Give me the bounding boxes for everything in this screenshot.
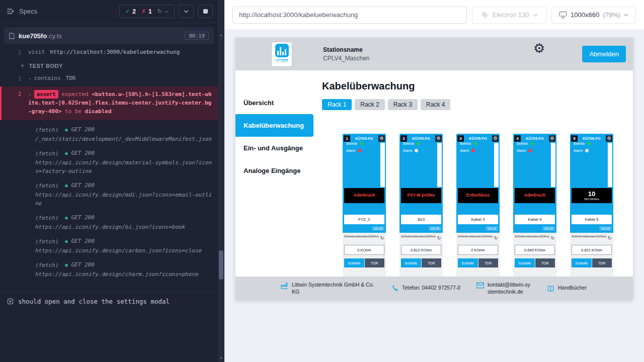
- refresh-button[interactable]: ↻: [551, 236, 555, 241]
- station-info: Stationsname CPLV4_Maschen: [323, 46, 370, 62]
- sidebar-item-analoge-eingaenge[interactable]: Analoge Eingänge: [235, 159, 313, 182]
- tdr-button[interactable]: TDR: [365, 258, 385, 267]
- schleife-button[interactable]: Schleife: [344, 258, 364, 267]
- next-test-row[interactable]: should open and close the settings modal: [0, 292, 218, 311]
- logout-button[interactable]: Abmelden: [582, 46, 626, 62]
- measurement-label: Schleifenwiderstand [kOhm]: [401, 235, 435, 238]
- schleife-button[interactable]: Schleife: [401, 258, 421, 267]
- fetch-log-entry[interactable]: (fetch)● GET 200 https://api.iconify.des…: [35, 149, 212, 175]
- scroll-up-icon[interactable]: ▲: [218, 33, 224, 37]
- measurement-label: Schleifenwiderstand [kOhm]: [458, 235, 492, 238]
- chevron-down-icon: [533, 14, 538, 17]
- device-title: KÜ705-FO: [350, 137, 378, 140]
- tdr-button[interactable]: TDR: [478, 258, 499, 267]
- device-settings-button[interactable]: ⚙: [492, 135, 499, 142]
- line-number: 1: [0, 48, 28, 56]
- app-body: Übersicht Kabelüberwachung Ein- und Ausg…: [235, 70, 633, 300]
- measurement-value: 0 KOhm: [458, 245, 498, 255]
- device-cards: 1 KÜ705-FO ⚙ Betrieb Alarm Aderbruch FTZ…: [343, 134, 633, 280]
- fetch-log-entry[interactable]: (fetch)● GET 200 https://api.iconify.des…: [35, 213, 212, 231]
- reporter-scrollbar[interactable]: ▲ ▼: [218, 0, 224, 362]
- assert-to-be: to be: [65, 108, 82, 115]
- refresh-button[interactable]: ↻: [494, 236, 498, 241]
- fetch-log-entry[interactable]: (fetch)● GET 200 https://api.iconify.des…: [35, 260, 212, 279]
- specs-button[interactable]: Specs: [7, 8, 37, 15]
- schleife-button[interactable]: Schleife: [572, 258, 592, 267]
- failed-assert[interactable]: 2 assertexpected <button.w-[50%].h-[1.56…: [0, 86, 218, 120]
- phone-icon: [391, 285, 398, 292]
- schleife-button[interactable]: Schleife: [458, 258, 478, 267]
- fetch-log-entry[interactable]: (fetch)● GET 200 https://api.iconify.des…: [35, 181, 212, 208]
- scrollbar-thumb[interactable]: [219, 250, 223, 280]
- alarm-indicator: Alarm: [343, 149, 386, 152]
- measurement-section: Schleifenwiderstand [kOhm]↻ 0 KOhm Schle…: [456, 233, 500, 280]
- tab-rack-2[interactable]: Rack 2: [355, 99, 384, 110]
- fetch-log-entry[interactable]: (fetch)● GET 200 https://api.iconify.des…: [35, 237, 212, 255]
- sidebar-item-uebersicht[interactable]: Übersicht: [235, 92, 313, 114]
- footer-manuals[interactable]: Handbücher: [547, 285, 587, 292]
- check-icon: ✓: [125, 8, 130, 15]
- cypress-reporter: Specs ✓2 ✗1 ↻-- kue705fo.cy.ts 00:19 1 v…: [0, 0, 218, 362]
- command-name: visit: [28, 49, 45, 55]
- alarm-indicator: Alarm: [570, 149, 613, 152]
- command-visit[interactable]: 1 visithttp://localhost:3000/kabelueberw…: [0, 46, 218, 58]
- fetch-label: (fetch): [35, 149, 58, 158]
- tab-rack-4[interactable]: Rack 4: [421, 99, 450, 110]
- main-content: Kabelüberwachung Rack 1 Rack 2 Rack 3 Ra…: [313, 70, 633, 300]
- tdr-button[interactable]: TDR: [422, 258, 442, 267]
- betrieb-led: [360, 142, 363, 145]
- betrieb-led: [587, 142, 591, 145]
- assert-expected: expected: [62, 91, 89, 98]
- fetch-url: https://api.iconify.design/carbon.json?i…: [35, 246, 212, 255]
- tab-rack-3[interactable]: Rack 3: [388, 99, 418, 110]
- device-settings-button[interactable]: ⚙: [549, 135, 555, 142]
- tdr-button[interactable]: TDR: [535, 258, 555, 267]
- betrieb-indicator: Betrieb: [513, 142, 556, 145]
- factory-icon: [281, 282, 288, 290]
- status-display: PST-M prüfen: [401, 188, 441, 203]
- device-settings-button[interactable]: ⚙: [378, 135, 385, 142]
- device-settings-button[interactable]: ⚙: [606, 135, 612, 142]
- spec-header[interactable]: kue705fo.cy.ts 00:19: [4, 27, 214, 44]
- scroll-down-icon[interactable]: ▼: [218, 356, 224, 360]
- schleife-button[interactable]: Schleife: [515, 258, 535, 267]
- firmware-version: V4.19: [372, 226, 384, 231]
- test-body-section[interactable]: ▼ TEST BODY: [0, 58, 218, 72]
- sidebar-item-ein-und-ausgaenge[interactable]: Ein- und Ausgänge: [235, 137, 313, 159]
- stat-pending: ↻--: [157, 8, 169, 15]
- sidebar-item-kabelueberwachung[interactable]: Kabelüberwachung: [235, 114, 313, 137]
- tdr-button[interactable]: TDR: [592, 258, 612, 267]
- alarm-led: [415, 149, 418, 152]
- x-icon: ✗: [141, 8, 146, 15]
- browser-select[interactable]: Electron 130: [472, 7, 546, 24]
- assert-state: disabled: [85, 108, 112, 115]
- url-input[interactable]: [232, 7, 467, 24]
- specs-label: Specs: [19, 8, 37, 15]
- device-number: 2: [400, 135, 407, 142]
- fetch-label: (fetch): [35, 182, 58, 190]
- viewport-select[interactable]: 1000x660 (79%): [551, 7, 636, 24]
- stop-button[interactable]: [198, 5, 213, 18]
- refresh-button[interactable]: ↻: [608, 236, 612, 241]
- level-gauge: [380, 143, 385, 187]
- app-header: LITTWIN SYSTEMTECHNIK Stationsname CPLV4…: [235, 38, 633, 70]
- alarm-led: [471, 149, 475, 152]
- tab-rack-1[interactable]: Rack 1: [322, 99, 352, 110]
- next-test-title: should open and close the settings modal: [18, 298, 170, 305]
- settings-button[interactable]: ⚙: [533, 42, 545, 55]
- fetch-log-entry[interactable]: (fetch)● GET 200 /_next/static/developme…: [35, 125, 212, 143]
- status-display: Erdschluss: [458, 188, 498, 203]
- measurement-section: Schleifenwiderstand [kOhm]↻ 0 KOhm Schle…: [343, 233, 386, 280]
- command-contains[interactable]: 1 containsTDR: [0, 72, 218, 84]
- collapse-button[interactable]: [179, 5, 194, 18]
- device-number: 3: [457, 135, 464, 142]
- viewport-size: 1000x660: [571, 11, 599, 19]
- device-settings-button[interactable]: ⚙: [435, 135, 442, 142]
- refresh-button[interactable]: ↻: [437, 236, 441, 241]
- measurement-value: 0.812 KOhm: [401, 245, 441, 255]
- test-stats[interactable]: ✓2 ✗1 ↻--: [119, 5, 175, 18]
- page-title: Kabelüberwachung: [322, 80, 633, 92]
- alarm-led: [585, 149, 589, 152]
- refresh-button[interactable]: ↻: [380, 236, 384, 241]
- cable-name: Kabel 4: [515, 215, 555, 224]
